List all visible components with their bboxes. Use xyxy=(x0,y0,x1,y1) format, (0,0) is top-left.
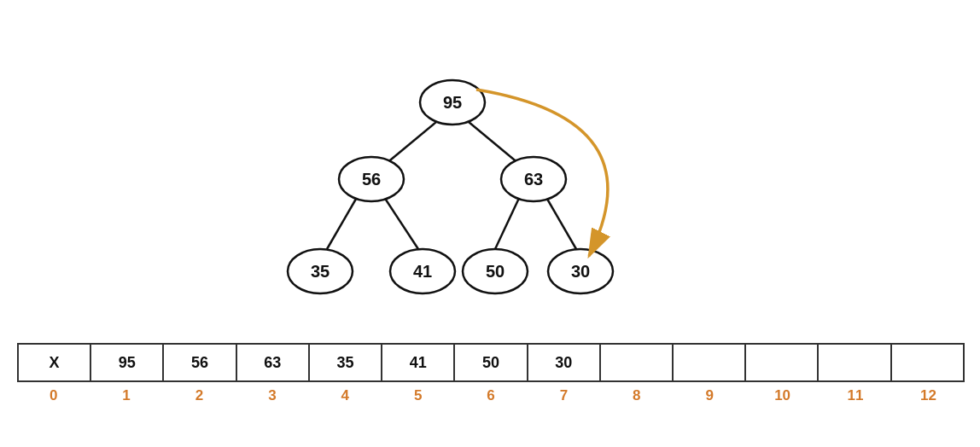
array-index-7: 7 xyxy=(528,387,600,404)
array-indices: 0123456789101112 xyxy=(17,387,965,404)
svg-line-1 xyxy=(464,118,519,164)
svg-line-4 xyxy=(495,194,521,249)
array-cell-8 xyxy=(600,344,673,381)
svg-text:56: 56 xyxy=(362,170,381,189)
array-cell-3: 63 xyxy=(236,344,309,381)
svg-text:41: 41 xyxy=(413,262,432,281)
array-index-4: 4 xyxy=(309,387,382,404)
array-index-2: 2 xyxy=(163,387,236,404)
array-cell-1: 95 xyxy=(90,344,163,381)
array-cell-0: X xyxy=(18,344,90,381)
array-cell-5: 41 xyxy=(382,344,454,381)
svg-text:30: 30 xyxy=(571,262,590,281)
array-cell-12 xyxy=(891,344,964,381)
svg-text:63: 63 xyxy=(524,170,543,189)
array-index-1: 1 xyxy=(90,387,162,404)
array-cell-4: 35 xyxy=(309,344,382,381)
array-cell-11 xyxy=(818,344,890,381)
array-cell-10 xyxy=(745,344,818,381)
svg-text:50: 50 xyxy=(486,262,505,281)
array-index-8: 8 xyxy=(600,387,673,404)
array-index-9: 9 xyxy=(674,387,746,404)
array-index-3: 3 xyxy=(236,387,308,404)
array-cell-7: 30 xyxy=(528,344,600,381)
array-section: X95566335415030 0123456789101112 xyxy=(17,343,965,404)
array-index-6: 6 xyxy=(454,387,527,404)
array-cell-2: 56 xyxy=(163,344,236,381)
array-index-10: 10 xyxy=(746,387,819,404)
svg-line-0 xyxy=(386,118,441,164)
svg-text:35: 35 xyxy=(311,262,330,281)
array-index-0: 0 xyxy=(17,387,90,404)
svg-line-3 xyxy=(382,194,418,249)
svg-line-5 xyxy=(545,194,576,249)
array-row: X95566335415030 xyxy=(18,344,964,381)
svg-text:95: 95 xyxy=(443,93,462,112)
array-table: X95566335415030 xyxy=(17,343,965,382)
svg-line-2 xyxy=(327,194,359,249)
array-cell-9 xyxy=(673,344,745,381)
array-cell-6: 50 xyxy=(454,344,527,381)
array-index-5: 5 xyxy=(382,387,454,404)
array-index-11: 11 xyxy=(819,387,891,404)
tree-diagram: 95 56 63 35 41 50 30 xyxy=(239,51,666,316)
array-index-12: 12 xyxy=(892,387,965,404)
